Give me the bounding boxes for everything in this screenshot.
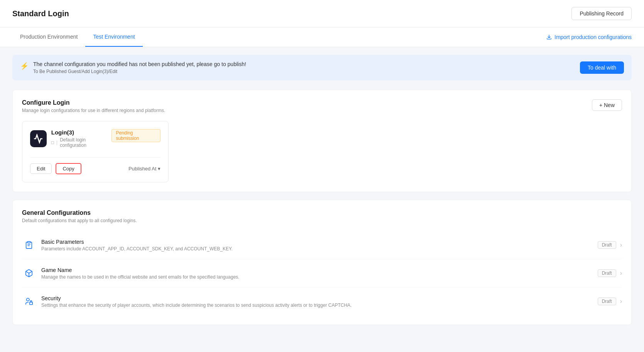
configure-login-header: Configure Login Manage login configurati… [22, 99, 622, 113]
basic-params-info: Basic Parameters Parameters include ACCO… [41, 239, 598, 252]
tab-test[interactable]: Test Environment [85, 27, 142, 47]
meta-divider: | [56, 140, 57, 145]
page-header: Standard Login Publishing Record [0, 0, 644, 27]
login-card-top: Login(3) □ | Default login configuration… [30, 129, 161, 148]
notification-content: The channel configuration you modified h… [33, 61, 246, 74]
general-configs-title: General Configurations [22, 209, 137, 216]
svg-rect-1 [27, 241, 30, 243]
general-configs-header: General Configurations Default configura… [22, 209, 622, 223]
security-info: Security Settings that enhance the secur… [41, 295, 598, 308]
login-card-actions: Edit Copy Published At ▾ [30, 157, 161, 174]
to-deal-button[interactable]: To deal with [580, 61, 624, 74]
login-card-info: Login(3) □ | Default login configuration [51, 129, 112, 148]
configure-login-section: Configure Login Manage login configurati… [12, 90, 632, 192]
game-name-status: Draft [598, 269, 616, 277]
new-login-button[interactable]: + New [592, 99, 622, 111]
configure-login-subtitle: Manage login configurations for use in d… [22, 108, 165, 113]
config-item-game-name[interactable]: Game Name Manage the names to be used in… [22, 259, 622, 287]
configure-login-title: Configure Login [22, 99, 165, 106]
svg-rect-6 [30, 302, 32, 304]
login-card-meta: □ | Default login configuration [51, 137, 112, 148]
security-desc: Settings that enhance the security of pl… [41, 303, 598, 308]
cube-icon [22, 266, 36, 280]
config-item-basic-parameters[interactable]: Basic Parameters Parameters include ACCO… [22, 231, 622, 259]
import-icon [546, 34, 552, 40]
chevron-right-icon-2: › [620, 270, 622, 277]
env-tabs-left: Production Environment Test Environment [12, 27, 143, 47]
notification-left: ⚡ The channel configuration you modified… [20, 61, 246, 74]
env-tabs-bar: Production Environment Test Environment … [0, 27, 644, 47]
chevron-right-icon: › [620, 241, 622, 248]
login-meta-icon: □ [51, 140, 54, 145]
security-right: Draft › [598, 298, 622, 305]
pending-badge: Pending submission [112, 129, 161, 142]
game-name-info: Game Name Manage the names to be used in… [41, 267, 598, 280]
general-configs-subtitle: Default configurations that apply to all… [22, 218, 137, 223]
notification-subtext: To Be Published Guest/Add Login(3)/Edit [33, 69, 246, 74]
basic-params-right: Draft › [598, 241, 622, 249]
login-card: Login(3) □ | Default login configuration… [22, 121, 169, 182]
tab-production[interactable]: Production Environment [12, 27, 85, 47]
login-meta-label: Default login configuration [60, 137, 112, 148]
game-name-right: Draft › [598, 269, 622, 277]
game-name-label: Game Name [41, 267, 598, 273]
security-status: Draft [598, 298, 616, 305]
general-configurations-section: General Configurations Default configura… [12, 200, 632, 325]
chevron-right-icon-3: › [620, 298, 622, 305]
copy-button[interactable]: Copy [56, 163, 81, 174]
login-avatar-icon [33, 134, 43, 144]
notification-message: The channel configuration you modified h… [33, 61, 246, 67]
basic-params-status: Draft [598, 241, 616, 249]
import-production-link[interactable]: Import production configurations [546, 34, 632, 40]
edit-button[interactable]: Edit [30, 163, 52, 174]
config-item-security[interactable]: Security Settings that enhance the secur… [22, 287, 622, 315]
security-name: Security [41, 295, 598, 301]
person-lock-icon [22, 294, 36, 308]
notification-banner: ⚡ The channel configuration you modified… [12, 55, 632, 80]
clipboard-icon [22, 238, 36, 252]
game-name-desc: Manage the names to be used in the offic… [41, 274, 598, 280]
login-avatar [30, 130, 47, 147]
lightning-icon: ⚡ [20, 62, 29, 70]
basic-params-name: Basic Parameters [41, 239, 598, 245]
page-title: Standard Login [12, 9, 69, 18]
published-at[interactable]: Published At ▾ [128, 166, 161, 172]
configure-login-title-block: Configure Login Manage login configurati… [22, 99, 165, 113]
general-configs-title-block: General Configurations Default configura… [22, 209, 137, 223]
login-card-name: Login(3) [51, 129, 112, 136]
login-card-left: Login(3) □ | Default login configuration [30, 129, 112, 148]
publishing-record-button[interactable]: Publishing Record [571, 7, 632, 20]
svg-point-5 [27, 298, 29, 301]
basic-params-desc: Parameters include ACCOUNT_APP_ID, ACCOU… [41, 246, 598, 252]
